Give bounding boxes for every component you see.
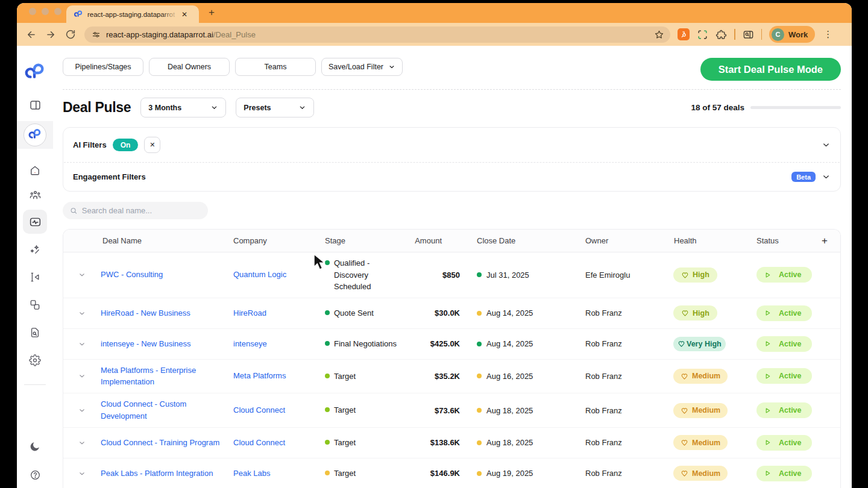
company-link[interactable]: Quantum Logic [233, 270, 286, 279]
health-badge[interactable]: Medium [673, 403, 728, 418]
home-icon[interactable] [29, 164, 41, 177]
workspace-logo-button[interactable] [24, 124, 46, 146]
status-badge[interactable]: Active [756, 466, 812, 481]
help-icon[interactable] [30, 469, 41, 481]
reload-icon[interactable] [65, 29, 76, 40]
col-company[interactable]: Company [233, 236, 325, 245]
col-stage[interactable]: Stage [325, 236, 397, 245]
company-link[interactable]: Peak Labs [233, 469, 270, 478]
deal-name-link[interactable]: Cloud Connect - Custom Development [101, 399, 186, 421]
dark-mode-moon-icon[interactable] [29, 440, 41, 452]
col-health[interactable]: Health [668, 236, 756, 245]
col-amount[interactable]: Amount [397, 236, 460, 245]
search-input[interactable] [82, 206, 201, 215]
start-deal-pulse-button[interactable]: Start Deal Pulse Mode [700, 58, 841, 81]
status-badge[interactable]: Active [756, 336, 812, 352]
deal-name-link[interactable]: Peak Labs - Platform Integration [101, 469, 213, 478]
deal-name-link[interactable]: Cloud Connect - Training Program [101, 438, 219, 447]
zoom-window-button[interactable] [54, 8, 61, 15]
close-window-button[interactable] [29, 8, 36, 15]
sidebar-toggle-icon[interactable] [29, 99, 42, 111]
company-link[interactable]: HireRoad [233, 308, 266, 318]
site-settings-icon[interactable] [92, 30, 101, 39]
col-status[interactable]: Status [756, 236, 817, 245]
extensions-puzzle-icon[interactable] [715, 29, 727, 40]
row-expand-chevron[interactable] [78, 406, 86, 414]
status-badge[interactable]: Active [756, 267, 812, 283]
status-badge[interactable]: Active [756, 402, 812, 418]
time-range-select[interactable]: 3 Months [140, 98, 226, 117]
deal-name-link[interactable]: Meta Platforms - Enterprise Implementati… [101, 366, 196, 387]
company-link[interactable]: Cloud Connect [233, 405, 285, 414]
chevron-down-icon [78, 271, 86, 279]
pipelines-stages-button[interactable]: Pipelines/Stages [63, 58, 143, 76]
deal-name-link[interactable]: PWC - Consulting [101, 270, 163, 279]
health-badge[interactable]: Medium [673, 466, 728, 481]
row-expand-chevron[interactable] [78, 469, 86, 478]
presets-select[interactable]: Presets [236, 98, 314, 117]
url-text[interactable]: react-app-staging.dataparrot.ai/Deal_Pul… [106, 30, 654, 39]
deal-name-link[interactable]: intenseye - New Business [101, 339, 191, 348]
hubspot-extension-icon[interactable] [678, 28, 690, 40]
row-expand-chevron[interactable] [78, 372, 86, 380]
ai-sparkles-icon[interactable] [29, 243, 41, 255]
health-badge[interactable]: Medium [673, 435, 728, 450]
screenshot-extension-icon[interactable] [697, 29, 708, 40]
clear-ai-filters-button[interactable]: ✕ [144, 137, 160, 153]
health-heart-icon [681, 469, 688, 477]
settings-gear-icon[interactable] [29, 354, 41, 366]
ai-filters-on-badge[interactable]: On [113, 139, 139, 151]
company-link[interactable]: intenseye [233, 339, 267, 348]
bookmark-star-icon[interactable] [654, 30, 664, 40]
browser-toolbar: react-app-staging.dataparrot.ai/Deal_Pul… [17, 23, 852, 46]
blocks-icon[interactable] [29, 299, 41, 311]
status-badge[interactable]: Active [756, 368, 812, 384]
health-badge[interactable]: Very High [673, 337, 726, 351]
deal-pulse-nav-active[interactable] [23, 210, 47, 234]
status-badge[interactable]: Active [756, 305, 812, 321]
deal-search-box[interactable] [63, 202, 208, 219]
minimize-window-button[interactable] [42, 8, 49, 15]
ai-filters-row[interactable]: AI Filters On ✕ [63, 128, 840, 162]
deal-owners-button[interactable]: Deal Owners [149, 58, 230, 76]
row-expand-chevron[interactable] [78, 340, 86, 348]
window-traffic-lights[interactable] [29, 8, 61, 15]
save-load-filter-button[interactable]: Save/Load Filter [321, 58, 403, 76]
url-bar[interactable]: react-app-staging.dataparrot.ai/Deal_Pul… [84, 27, 670, 43]
add-column-button[interactable]: + [822, 235, 828, 247]
ai-filters-chevron-icon[interactable] [822, 140, 831, 149]
stage-label: Target [334, 468, 356, 480]
close-date: Aug 18, 2025 [486, 406, 533, 415]
health-badge[interactable]: High [673, 305, 717, 321]
row-expand-chevron[interactable] [78, 439, 86, 447]
col-deal-name[interactable]: Deal Name [101, 236, 233, 245]
col-owner[interactable]: Owner [580, 236, 668, 245]
company-link[interactable]: Meta Platforms [233, 371, 286, 380]
team-icon[interactable] [29, 189, 42, 201]
status-badge[interactable]: Active [756, 435, 812, 451]
browser-profile-button[interactable]: C Work [769, 26, 815, 43]
browser-menu-icon[interactable]: ⋮ [823, 29, 832, 40]
forward-icon[interactable] [45, 29, 57, 40]
stage-label: Quote Sent [334, 307, 374, 319]
col-close-date[interactable]: Close Date [470, 236, 580, 245]
company-link[interactable]: Cloud Connect [233, 438, 285, 447]
row-expand-chevron[interactable] [78, 309, 86, 318]
deal-amount: $35.2K [397, 372, 460, 381]
sidepanel-search-icon[interactable] [743, 29, 754, 40]
dataparrot-logo-icon[interactable] [24, 61, 46, 84]
teams-button[interactable]: Teams [235, 58, 316, 76]
deal-name-link[interactable]: HireRoad - New Business [101, 308, 190, 318]
health-badge[interactable]: High [673, 267, 717, 283]
engagement-filters-chevron-icon[interactable] [822, 172, 831, 181]
health-badge[interactable]: Medium [673, 369, 728, 384]
engagement-filters-row[interactable]: Engagement Filters Beta [63, 163, 840, 191]
row-expand-chevron[interactable] [78, 271, 86, 279]
tab-close-icon[interactable]: ✕ [181, 11, 187, 18]
browser-tab[interactable]: react-app-staging.dataparrot ✕ [66, 5, 199, 23]
chevron-down-icon [78, 406, 86, 414]
document-search-icon[interactable] [29, 327, 41, 339]
flip-compare-icon[interactable] [29, 271, 41, 283]
back-icon[interactable] [25, 29, 37, 40]
new-tab-button[interactable]: + [209, 7, 215, 17]
